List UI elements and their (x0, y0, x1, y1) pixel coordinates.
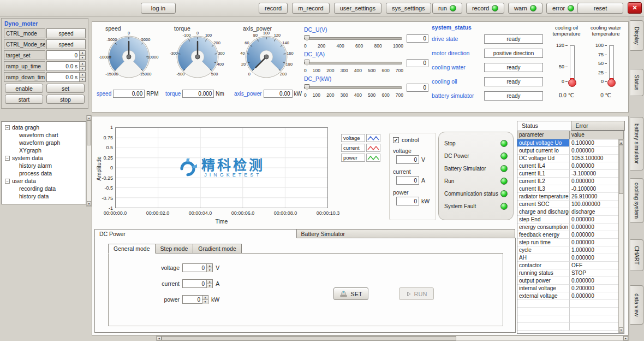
table-row-output-voltage-uo[interactable]: output voltage Uo0.100000 (517, 139, 624, 147)
table-scrollbar[interactable]: ▴ ▾ (618, 139, 624, 333)
tree-item-xygraph[interactable]: XYgraph (3, 146, 85, 154)
spinner-up-icon[interactable]: ▲ (79, 73, 85, 78)
tree-item-recording-data[interactable]: recording data (3, 185, 85, 192)
table-row-ah[interactable]: AH0.000000 (517, 254, 624, 262)
table-row-radiator-temperature[interactable]: radiator temperature26.910000 (517, 193, 624, 201)
spinner-up-icon[interactable]: ▲ (79, 51, 85, 56)
record-button[interactable]: record (259, 3, 288, 14)
spinner-up-icon[interactable]: ▲ (206, 264, 212, 268)
tab-dc-power[interactable]: DC Power (94, 229, 297, 238)
tab-battery-simulator[interactable]: Battery Simulator (296, 229, 515, 238)
spinner-down-icon[interactable]: ▼ (202, 300, 208, 304)
table-row-output-current-io[interactable]: output current Io0.000000 (517, 147, 624, 155)
tree-item-user-data[interactable]: −user data (3, 177, 85, 185)
power-legend-item[interactable]: power (341, 154, 380, 162)
table-row-contactor[interactable]: contactorOFF (517, 262, 624, 269)
close-button[interactable]: ✕ (628, 2, 642, 14)
tree-item-history-alarm[interactable]: history alarm (3, 162, 85, 169)
dc-u-slider-thumb[interactable] (305, 35, 309, 42)
error-indicator-button[interactable]: error (546, 3, 580, 14)
table-row-current-il3[interactable]: current IL3-0.100000 (517, 185, 624, 193)
side-tab-status[interactable]: Status (630, 69, 643, 96)
table-row-running-status[interactable]: running statusSTOP (517, 269, 624, 277)
tab-general-mode[interactable]: General mode (108, 244, 156, 254)
tab-gradient-mode[interactable]: Gradient mode (193, 244, 241, 254)
table-row-cycle[interactable]: cycle1.000000 (517, 246, 624, 254)
dc-i-slider-thumb[interactable] (305, 60, 309, 66)
user-settings-button[interactable]: user_settings (334, 3, 381, 14)
table-row-current-il2[interactable]: current IL20.000000 (517, 178, 624, 185)
set-button[interactable]: set (46, 84, 85, 93)
table-row-charge-and-discharge[interactable]: charge and dischargedischarge (517, 208, 624, 216)
tree-collapse-icon[interactable]: − (5, 179, 10, 184)
tree-collapse-icon[interactable]: − (5, 125, 10, 130)
record-indicator-button[interactable]: record (466, 3, 504, 14)
tree-scrollbar[interactable]: ▴ ▾ (86, 115, 92, 207)
m-record-button[interactable]: m_record (292, 3, 329, 14)
spinner-up-icon[interactable]: ▲ (202, 296, 208, 300)
scroll-down-icon[interactable]: ▾ (87, 201, 91, 206)
table-row-current-il4[interactable]: current IL40.000000 (517, 162, 624, 170)
table-row-dc-voltage-ud[interactable]: DC voltage Ud1053.100000 (517, 155, 624, 162)
table-row-feedback-energy[interactable]: feedback energy0.000000 (517, 231, 624, 239)
start-button[interactable]: start (5, 95, 43, 104)
voltage-legend-item[interactable]: voltage (341, 134, 380, 142)
control-checkbox[interactable]: ✔ control (393, 137, 432, 143)
login-button[interactable]: log in (141, 3, 176, 14)
table-row-internal-voltage[interactable]: internal voltage0.200000 (517, 285, 624, 292)
side-tab-display[interactable]: Display (630, 20, 643, 51)
spinner-down-icon[interactable]: ▼ (79, 67, 85, 71)
scroll-down-icon[interactable]: ▾ (619, 327, 623, 332)
sys-settings-button[interactable]: sys_settings (386, 3, 431, 14)
table-row-output-power[interactable]: output power0.000000 (517, 277, 624, 285)
tab-step-mode[interactable]: Step mode (155, 244, 194, 254)
tree-scrollbar-thumb[interactable] (87, 120, 91, 145)
bottom-scrollbar[interactable]: ◂ ▸ (156, 336, 629, 341)
run-button[interactable]: RUN (399, 287, 434, 300)
table-row-energy-consumption[interactable]: energy consumption0.000000 (517, 224, 624, 231)
target-set-input[interactable]: 0▲▼ (46, 50, 86, 60)
current-legend-item[interactable]: current (341, 144, 380, 152)
scroll-right-icon[interactable]: ▸ (623, 336, 628, 340)
dc-p-slider-track[interactable] (304, 86, 402, 89)
tab-error[interactable]: Error (571, 121, 625, 131)
enable-button[interactable]: enable (5, 84, 43, 93)
ctrl-mode-value[interactable]: speed (46, 28, 86, 38)
dc-current-input[interactable]: 0▲▼ (182, 279, 213, 288)
run-indicator-button[interactable]: run (432, 3, 462, 14)
tab-status[interactable]: Status (517, 121, 571, 131)
spinner-up-icon[interactable]: ▲ (79, 62, 85, 67)
scroll-up-icon[interactable]: ▴ (87, 115, 91, 120)
tree-item-system-data[interactable]: −system data (3, 154, 85, 162)
column-header-parameter[interactable]: parameter (517, 131, 570, 139)
dc-u-slider-track[interactable] (304, 37, 402, 40)
spinner-down-icon[interactable]: ▼ (206, 284, 212, 288)
ramp-up-time-input[interactable]: 0.0 s▲▼ (46, 61, 86, 71)
spinner-down-icon[interactable]: ▼ (206, 268, 212, 272)
bottom-scrollbar-thumb[interactable] (162, 336, 456, 340)
ramp-down-time-input[interactable]: 0.0 s▲▼ (46, 72, 86, 82)
dc-voltage-input[interactable]: 0▲▼ (182, 263, 213, 272)
table-row-step-run-time[interactable]: step run time0.000000 (517, 239, 624, 246)
dc-power-input[interactable]: 0▲▼ (182, 295, 208, 304)
warn-indicator-button[interactable]: warn (508, 3, 542, 14)
side-tab-data-view[interactable]: data view (630, 285, 643, 325)
tree-item-process-data[interactable]: process data (3, 169, 85, 177)
table-row-external-voltage[interactable]: external voltage0.000000 (517, 292, 624, 300)
ctrl-mode-set-value[interactable]: speed (46, 39, 86, 49)
set-command-button[interactable]: SET (333, 287, 368, 300)
scroll-up-icon[interactable]: ▴ (619, 140, 623, 145)
table-scrollbar-thumb[interactable] (619, 145, 623, 194)
spinner-up-icon[interactable]: ▲ (206, 280, 212, 284)
scroll-left-icon[interactable]: ◂ (157, 336, 162, 340)
spinner-down-icon[interactable]: ▼ (79, 78, 85, 82)
tree-item-waveform-chart[interactable]: waveform chart (3, 131, 85, 139)
tree-collapse-icon[interactable]: − (5, 156, 10, 161)
side-tab-chart[interactable]: CHART (630, 239, 643, 271)
table-row-current-il1[interactable]: current IL1-3.100000 (517, 170, 624, 178)
tree-item-waveform-graph[interactable]: waveform graph (3, 139, 85, 146)
dc-i-slider-track[interactable] (304, 62, 402, 64)
side-tab-battery-simulator[interactable]: battery simulator (630, 117, 643, 170)
column-header-value[interactable]: value (570, 131, 624, 139)
stop-button[interactable]: stop (46, 95, 85, 104)
